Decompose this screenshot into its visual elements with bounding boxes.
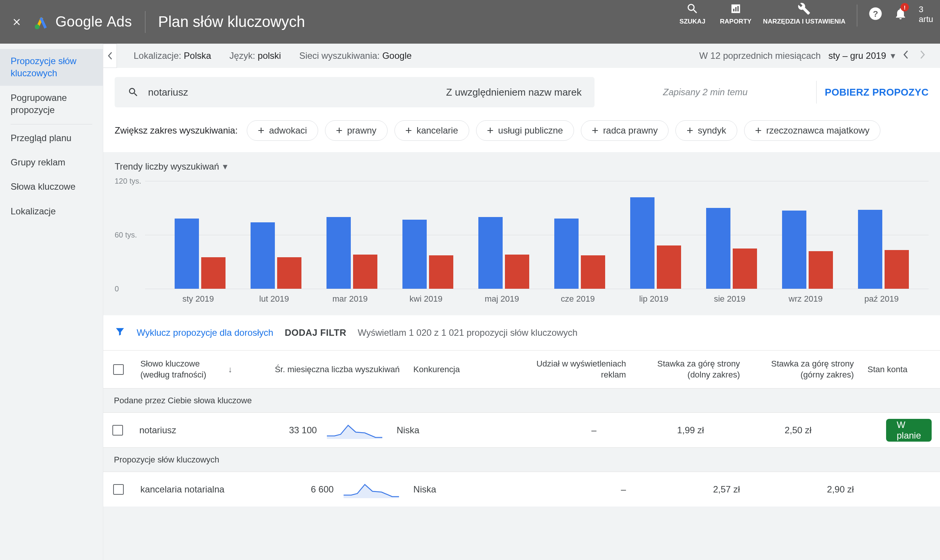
collapse-sidebar-button[interactable] xyxy=(103,44,117,68)
broaden-chip[interactable]: +kancelarie xyxy=(394,120,469,141)
y-tick: 0 xyxy=(115,285,119,293)
app-header: Google Ads Plan słów kluczowych SZUKAJ R… xyxy=(0,0,940,44)
chevron-down-icon: ▾ xyxy=(223,161,227,172)
sparkline-icon xyxy=(326,422,383,439)
chart-bar-total xyxy=(478,217,503,289)
language-setting[interactable]: Język: polski xyxy=(229,50,281,61)
cell-bid-low: 1,99 zł xyxy=(603,425,711,436)
x-tick: maj 2019 xyxy=(464,289,540,304)
chart-month xyxy=(540,181,616,289)
chart-month xyxy=(464,181,540,289)
x-tick: lip 2019 xyxy=(616,289,692,304)
chart-bar-mobile xyxy=(733,249,757,289)
date-range-picker[interactable]: W 12 poprzednich miesiącach sty – gru 20… xyxy=(699,50,929,61)
sidebar-item-keyword-ideas[interactable]: Propozycje słów kluczowych xyxy=(0,49,103,86)
broaden-chip[interactable]: +radca prawny xyxy=(581,120,669,141)
chart-metric-selector[interactable]: Trendy liczby wyszukiwań ▾ xyxy=(115,161,929,172)
close-button[interactable] xyxy=(11,16,23,28)
keyword-ideas-table: Słowo kluczowe(według trafności) ↓ Śr. m… xyxy=(103,350,940,507)
chart-bar-mobile xyxy=(277,257,301,289)
date-prev-button[interactable] xyxy=(900,50,912,61)
brands-toggle[interactable]: Z uwzględnieniem nazw marek xyxy=(446,87,582,98)
tool-settings[interactable]: NARZĘDZIA I USTAWIENIA xyxy=(763,2,845,26)
sidebar-item-plan-overview[interactable]: Przegląd planu xyxy=(0,126,103,150)
col-account-status[interactable]: Stan konta xyxy=(861,365,925,374)
location-setting[interactable]: Lokalizacje: Polska xyxy=(134,50,211,61)
x-tick: wrz 2019 xyxy=(768,289,844,304)
sort-desc-icon: ↓ xyxy=(228,365,232,374)
svg-rect-3 xyxy=(737,6,739,11)
left-sidebar: Propozycje słów kluczowych Pogrupowane p… xyxy=(0,44,103,560)
add-filter-button[interactable]: DODAJ FILTR xyxy=(285,327,346,338)
plus-icon: + xyxy=(686,125,693,136)
plus-icon: + xyxy=(755,125,762,136)
col-competition[interactable]: Konkurencja xyxy=(407,365,519,374)
chart-month xyxy=(692,181,768,289)
chart-bar-mobile xyxy=(885,250,909,289)
tool-reports[interactable]: RAPORTY xyxy=(720,2,752,26)
chart-bar-total xyxy=(706,208,730,289)
keyword-search-box[interactable]: notariusz Z uwzględnieniem nazw marek xyxy=(115,77,595,107)
notifications-button[interactable]: ! xyxy=(894,2,907,25)
col-avg-searches[interactable]: Śr. miesięczna liczba wyszukiwań xyxy=(239,365,407,374)
sidebar-item-locations[interactable]: Lokalizacje xyxy=(0,199,103,223)
content-area: Lokalizacje: Polska Język: polski Sieci … xyxy=(103,44,940,560)
help-button[interactable]: ? xyxy=(869,2,882,25)
broaden-chip[interactable]: +usługi publiczne xyxy=(476,120,574,141)
cell-impression-share: – xyxy=(519,484,633,495)
cell-volume: 33 100 xyxy=(232,422,390,439)
network-setting[interactable]: Sieci wyszukiwania: Google xyxy=(299,50,412,61)
brand-text: Google Ads xyxy=(55,14,132,30)
sidebar-item-ad-groups[interactable]: Grupy reklam xyxy=(0,150,103,175)
cell-bid-high: 2,50 zł xyxy=(711,425,818,436)
select-all-checkbox[interactable] xyxy=(113,364,124,375)
filter-icon[interactable] xyxy=(115,326,125,339)
chart-bar-mobile xyxy=(353,255,377,289)
tool-search[interactable]: SZUKAJ xyxy=(677,2,708,26)
plus-icon: + xyxy=(487,125,494,136)
plus-icon: + xyxy=(258,125,265,136)
search-query-text: notariusz xyxy=(148,87,188,98)
chevron-down-icon: ▾ xyxy=(891,50,895,61)
broaden-chip[interactable]: +adwokaci xyxy=(247,120,318,141)
y-tick: 60 tys. xyxy=(115,231,137,239)
chart-bar-total xyxy=(326,217,351,289)
row-checkbox[interactable] xyxy=(112,425,123,436)
col-bid-low[interactable]: Stawka za górę strony(dolny zakres) xyxy=(633,359,747,380)
chart-month xyxy=(844,181,919,289)
broaden-chip[interactable]: +rzeczoznawca majatkowy xyxy=(744,120,881,141)
chart-month xyxy=(616,181,692,289)
x-tick: lut 2019 xyxy=(236,289,312,304)
cell-keyword: notariusz xyxy=(132,425,232,436)
x-tick: mar 2019 xyxy=(312,289,388,304)
chart-bar-total xyxy=(630,197,655,289)
in-plan-badge[interactable]: W planie xyxy=(886,419,932,442)
table-header-row: Słowo kluczowe(według trafności) ↓ Śr. m… xyxy=(103,350,940,388)
broaden-chip[interactable]: +syndyk xyxy=(675,120,737,141)
date-next-button[interactable] xyxy=(916,50,929,61)
col-bid-high[interactable]: Stawka za górę strony(górny zakres) xyxy=(747,359,861,380)
chart-bar-total xyxy=(251,222,275,289)
broaden-chip[interactable]: +prawny xyxy=(325,120,388,141)
chart-bar-total xyxy=(402,220,427,289)
notification-badge: ! xyxy=(901,3,909,11)
exclude-adult-filter[interactable]: Wyklucz propozycje dla dorosłych xyxy=(137,327,273,338)
col-ad-impression-share[interactable]: Udział w wyświetleniachreklam xyxy=(519,359,633,380)
account-info[interactable]: 3 artu xyxy=(919,2,933,25)
download-ideas-button[interactable]: POBIERZ PROPOZYC xyxy=(825,87,929,98)
chart-bar-total xyxy=(554,219,579,289)
close-icon xyxy=(11,17,22,27)
chart-month xyxy=(312,181,388,289)
svg-rect-1 xyxy=(733,9,735,11)
sidebar-separator xyxy=(11,124,92,124)
sidebar-item-keywords[interactable]: Słowa kluczowe xyxy=(0,175,103,199)
chart-bar-total xyxy=(858,210,882,289)
plus-icon: + xyxy=(336,125,343,136)
header-divider xyxy=(145,11,145,33)
row-checkbox[interactable] xyxy=(113,484,124,495)
search-icon xyxy=(128,87,139,98)
chart-bar-mobile xyxy=(201,257,226,289)
col-keyword[interactable]: Słowo kluczowe(według trafności) ↓ xyxy=(134,359,239,380)
chart-bar-mobile xyxy=(581,255,605,289)
sidebar-item-grouped-ideas[interactable]: Pogrupowane propozycje xyxy=(0,86,103,123)
